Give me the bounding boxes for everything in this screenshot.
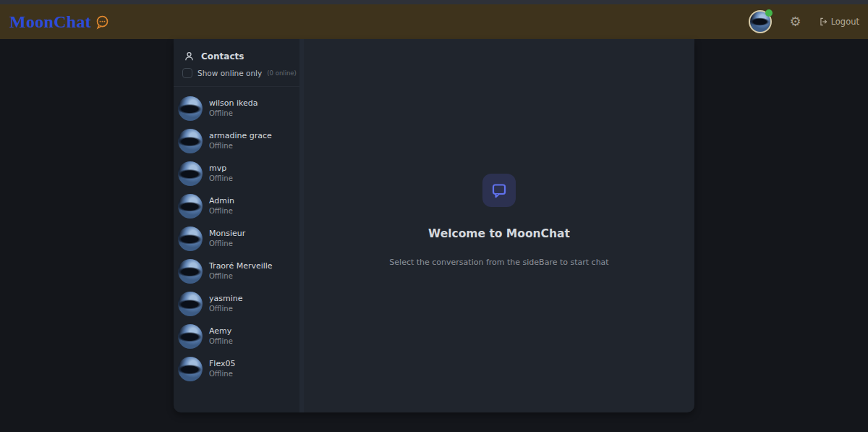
online-count: (0 online) (267, 69, 297, 77)
chat-app-container: Contacts Show online only (0 online) wil… (174, 39, 694, 412)
header-actions: ⚙ Logout (749, 10, 859, 33)
contact-name: Monsieur (209, 229, 245, 239)
contact-status: Offline (209, 370, 235, 379)
contact-list-item[interactable]: Flex05 Offline (174, 352, 299, 385)
chat-main-area: Welcome to MoonChat Select the conversat… (304, 39, 694, 412)
person-icon (184, 51, 195, 62)
contact-avatar (178, 161, 203, 186)
contact-avatar (178, 226, 203, 251)
show-online-only-label: Show online only (197, 69, 262, 77)
contact-status: Offline (209, 337, 233, 347)
online-status-dot (765, 9, 773, 17)
contacts-title: Contacts (201, 51, 244, 62)
contact-status: Offline (209, 305, 243, 314)
contact-status: Offline (209, 240, 245, 249)
contact-avatar (178, 259, 203, 284)
contact-list-item[interactable]: armadine grace Offline (174, 124, 299, 157)
contact-status: Offline (209, 174, 233, 184)
contact-avatar (178, 194, 203, 219)
contact-name: wilson ikeda (209, 98, 258, 109)
contact-name: Traoré Merveille (209, 261, 273, 271)
user-avatar[interactable] (749, 10, 772, 33)
brand-logo[interactable]: MoonChat (9, 12, 110, 32)
contact-status: Offline (209, 142, 272, 151)
contacts-header: Contacts (174, 46, 299, 65)
contact-avatar (178, 357, 203, 381)
contact-list-item[interactable]: Traoré Merveille Offline (174, 255, 299, 287)
contact-name: armadine grace (209, 131, 272, 141)
settings-gear-icon[interactable]: ⚙ (789, 15, 801, 28)
contact-avatar (178, 96, 203, 121)
contact-name: mvp (209, 164, 233, 174)
logout-button[interactable]: Logout (819, 17, 859, 27)
contacts-sidebar: Contacts Show online only (0 online) wil… (174, 39, 304, 412)
logout-label: Logout (831, 17, 859, 27)
contact-status: Offline (209, 109, 258, 119)
contact-list: wilson ikeda Offline armadine grace Offl… (174, 92, 299, 385)
brand-name: MoonChat (9, 12, 91, 32)
logout-icon (819, 17, 829, 27)
contact-list-item[interactable]: mvp Offline (174, 157, 299, 190)
chat-bubble-welcome-icon (482, 174, 516, 207)
contact-list-item[interactable]: Admin Offline (174, 190, 299, 222)
chat-bubble-logo-icon (95, 14, 110, 30)
show-online-only-checkbox[interactable] (182, 68, 192, 78)
app-header: MoonChat ⚙ Logout (0, 4, 868, 39)
welcome-title: Welcome to MoonChat (428, 227, 570, 240)
contact-avatar (178, 292, 203, 316)
contact-status: Offline (209, 272, 273, 281)
contact-name: Admin (209, 196, 234, 206)
contact-name: Aemy (209, 326, 233, 336)
contact-avatar (178, 129, 203, 153)
contact-list-item[interactable]: Monsieur Offline (174, 222, 299, 255)
contact-name: yasmine (209, 294, 243, 304)
contact-list-item[interactable]: wilson ikeda Offline (174, 92, 299, 124)
contact-avatar (178, 324, 203, 349)
online-filter-row: Show online only (0 online) (174, 65, 299, 87)
contact-list-item[interactable]: Aemy Offline (174, 320, 299, 352)
contact-name: Flex05 (209, 359, 235, 369)
contact-status: Offline (209, 207, 234, 216)
welcome-panel: Welcome to MoonChat Select the conversat… (389, 174, 608, 267)
contact-list-item[interactable]: yasmine Offline (174, 287, 299, 320)
welcome-subtitle: Select the conversation from the sideBar… (389, 258, 608, 267)
